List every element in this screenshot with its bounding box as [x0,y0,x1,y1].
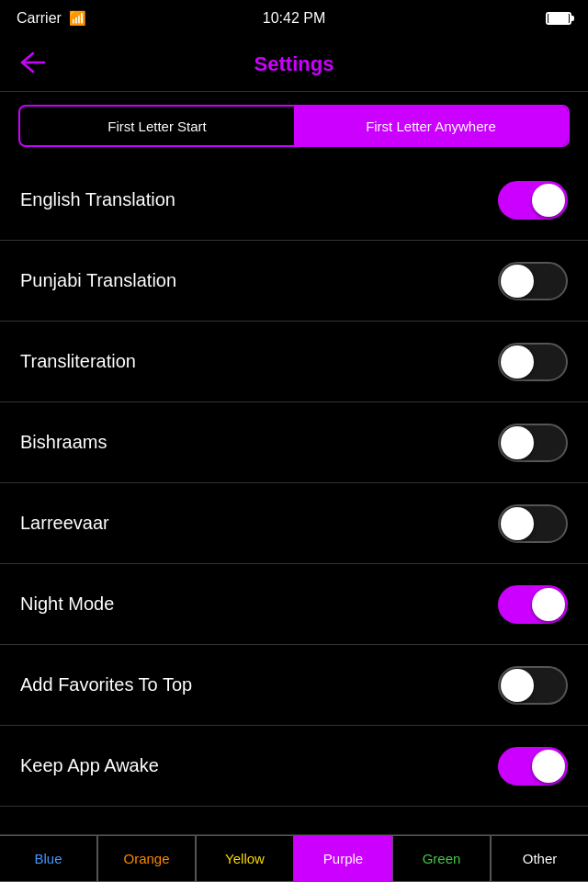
toggle-larreevaar[interactable] [498,504,568,543]
battery-icon [546,12,571,25]
color-tab-yellow[interactable]: Yellow [196,835,294,882]
toggle-knob-night-mode [532,588,565,621]
setting-row-punjabi-translation: Punjabi Translation [0,241,588,322]
carrier-text: Carrier [17,10,62,27]
setting-label-punjabi-translation: Punjabi Translation [20,270,176,291]
back-arrow-icon [17,50,48,75]
page-title: Settings [254,52,334,76]
toggle-knob-larreevaar [501,507,534,540]
setting-label-night-mode: Night Mode [20,594,114,615]
setting-row-night-mode: Night Mode [0,564,588,645]
color-tabs: Blue Orange Yellow Purple Green Other [0,834,588,882]
setting-row-keep-app-awake: Keep App Awake [0,726,588,807]
battery-fill [548,14,569,23]
color-tab-purple[interactable]: Purple [294,835,392,882]
color-tab-orange[interactable]: Orange [97,835,196,882]
status-battery-area [546,12,571,25]
color-tab-blue[interactable]: Blue [0,835,97,882]
toggle-keep-app-awake[interactable] [498,747,568,786]
toggle-knob-bishraams [501,426,534,459]
setting-label-add-favorites: Add Favorites To Top [20,674,192,695]
toggle-add-favorites[interactable] [498,666,568,705]
wifi-icon: 📶 [69,10,86,27]
toggle-knob-punjabi-translation [501,265,534,298]
toggle-knob-add-favorites [501,669,534,702]
setting-row-bishraams: Bishraams [0,402,588,483]
status-bar: Carrier 📶 10:42 PM [0,0,588,37]
setting-row-add-favorites: Add Favorites To Top [0,645,588,726]
setting-row-english-translation: English Translation [0,160,588,241]
color-tab-other[interactable]: Other [491,835,588,882]
toggle-knob-keep-app-awake [532,750,565,783]
segmented-control: First Letter Start First Letter Anywhere [18,105,570,147]
color-tab-green[interactable]: Green [392,835,491,882]
setting-label-keep-app-awake: Keep App Awake [20,755,159,776]
setting-row-larreevaar: Larreevaar [0,483,588,564]
setting-label-english-translation: English Translation [20,189,175,210]
back-button[interactable] [17,50,48,79]
toggle-night-mode[interactable] [498,585,568,624]
settings-list: English Translation Punjabi Translation … [0,160,588,807]
toggle-punjabi-translation[interactable] [498,262,568,300]
toggle-knob-english-translation [532,184,565,217]
setting-label-bishraams: Bishraams [20,432,107,453]
toggle-english-translation[interactable] [498,181,568,220]
seg-first-letter-start[interactable]: First Letter Start [20,107,294,145]
nav-bar: Settings [0,37,588,92]
setting-label-larreevaar: Larreevaar [20,513,109,534]
toggle-bishraams[interactable] [498,424,568,462]
setting-row-transliteration: Transliteration [0,322,588,402]
toggle-knob-transliteration [501,345,534,379]
seg-first-letter-anywhere[interactable]: First Letter Anywhere [294,107,568,145]
status-carrier: Carrier 📶 [17,10,86,27]
status-time: 10:42 PM [263,10,325,27]
toggle-transliteration[interactable] [498,343,568,381]
setting-label-transliteration: Transliteration [20,351,136,372]
